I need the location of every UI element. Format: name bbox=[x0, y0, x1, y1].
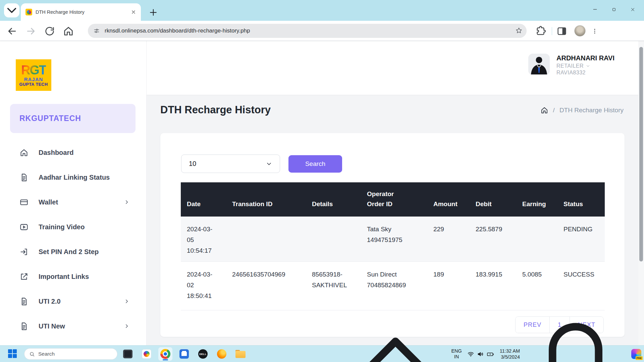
tab-search-button[interactable] bbox=[4, 3, 19, 17]
system-tray: ENGIN 11:32 AM3/5/2024 PRE bbox=[345, 346, 641, 362]
reload-button[interactable] bbox=[44, 25, 55, 37]
column-header-amount: Amount bbox=[427, 182, 470, 217]
sidebar-item-uti-2-0[interactable]: UTI 2.0 bbox=[0, 289, 147, 314]
column-header-date: Date bbox=[181, 182, 226, 217]
language-switcher[interactable]: ENGIN bbox=[451, 348, 462, 359]
app-dell-icon[interactable]: DELL bbox=[196, 347, 210, 361]
close-window-button[interactable] bbox=[623, 2, 642, 17]
sidebar-item-uti-new[interactable]: UTI New bbox=[0, 314, 147, 339]
bell-icon bbox=[525, 304, 626, 362]
forward-icon bbox=[25, 25, 37, 37]
back-icon bbox=[6, 25, 18, 37]
search-icon bbox=[29, 351, 35, 357]
search-button[interactable]: Search bbox=[288, 155, 342, 173]
user-profile[interactable]: ARDHANARI RAVI RETAILER RAVIA8332 bbox=[528, 54, 629, 83]
forward-button[interactable] bbox=[25, 25, 37, 37]
quick-settings[interactable] bbox=[467, 350, 494, 358]
cell-date: 2024-03-05 10:54:17 bbox=[181, 217, 226, 262]
notifications-button[interactable] bbox=[525, 304, 626, 362]
maximize-button[interactable] bbox=[604, 2, 623, 17]
app-store-icon[interactable] bbox=[177, 347, 191, 361]
user-name: ARDHANARI RAVI bbox=[556, 54, 614, 62]
sidebar-item-label: UTI New bbox=[39, 322, 65, 330]
user-role[interactable]: RETAILER bbox=[556, 63, 614, 69]
extensions-button[interactable] bbox=[535, 25, 547, 37]
chevron-right-icon bbox=[124, 199, 130, 205]
breadcrumb: / DTH Recharge History bbox=[540, 106, 624, 114]
sidebar-item-set-pin-and-2-step[interactable]: Set PIN And 2 Step bbox=[0, 239, 147, 264]
column-header-details: Details bbox=[306, 182, 361, 217]
recharge-history-table: DateTransation IDDetailsOperator Order I… bbox=[181, 182, 605, 310]
kebab-menu-icon bbox=[591, 28, 598, 35]
user-avatar bbox=[528, 54, 550, 75]
back-button[interactable] bbox=[6, 25, 18, 37]
scrollbar-thumb[interactable] bbox=[639, 47, 643, 261]
sidebar-item-wallet[interactable]: Wallet bbox=[0, 190, 147, 215]
maximize-icon bbox=[611, 7, 616, 12]
battery-icon bbox=[487, 350, 494, 358]
sidebar-item-training-video[interactable]: Training Video bbox=[0, 215, 147, 239]
sidebar-item-important-links[interactable]: Important Links bbox=[0, 264, 147, 289]
app-photos-icon[interactable] bbox=[140, 347, 154, 361]
home-button[interactable] bbox=[63, 25, 74, 37]
browser-profile-avatar[interactable] bbox=[574, 25, 586, 37]
window-controls bbox=[586, 2, 642, 17]
sidebar: RGT RAJAN GUPTA TECH RKGUPTATECH Dashboa… bbox=[0, 41, 147, 345]
browser-tab[interactable]: DTH Recharge History bbox=[21, 3, 141, 21]
logo-line3: GUPTA TECH bbox=[19, 82, 48, 87]
copilot-icon[interactable]: PRE bbox=[631, 349, 641, 359]
sidebar-item-dashboard[interactable]: Dashboard bbox=[0, 140, 147, 165]
cell-operator-order-id: Tata Sky 1494751975 bbox=[361, 217, 427, 262]
minimize-button[interactable] bbox=[586, 2, 604, 17]
cell-amount: 189 bbox=[427, 262, 470, 310]
web-page: RGT RAJAN GUPTA TECH RKGUPTATECH Dashboa… bbox=[0, 41, 644, 345]
cell-amount: 229 bbox=[427, 217, 470, 262]
sidebar-item-label: Aadhar Linking Status bbox=[39, 174, 110, 181]
bookmark-star-icon[interactable] bbox=[515, 27, 523, 34]
url-text: rknsdl.onlinepsa.com/dashboard/dth-recha… bbox=[105, 27, 250, 34]
cell-earning bbox=[516, 217, 557, 262]
brand-name: RKGUPTATECH bbox=[19, 114, 81, 123]
app-window-icon[interactable] bbox=[121, 347, 135, 361]
start-button[interactable] bbox=[8, 349, 18, 359]
page-title: DTH Recharge History bbox=[160, 104, 271, 116]
tab-close-icon[interactable] bbox=[131, 9, 136, 15]
chevron-down-icon bbox=[586, 64, 590, 68]
app-firefox-icon[interactable] bbox=[215, 347, 229, 361]
chevron-right-icon bbox=[124, 323, 130, 329]
sidebar-item-label: Set PIN And 2 Step bbox=[39, 248, 99, 256]
cell-earning: 5.0085 bbox=[516, 262, 557, 310]
toolbar-divider bbox=[552, 27, 552, 35]
side-panel-button[interactable] bbox=[556, 25, 568, 37]
taskbar-search[interactable]: Search bbox=[24, 348, 117, 360]
browser-menu-button[interactable] bbox=[589, 25, 600, 37]
site-settings-icon[interactable] bbox=[93, 27, 100, 34]
taskbar-apps: DELL bbox=[121, 347, 248, 361]
wallet-icon bbox=[19, 198, 29, 207]
app-file-explorer-icon[interactable] bbox=[233, 347, 248, 361]
sidebar-item-label: Important Links bbox=[39, 273, 89, 281]
app-chrome-icon[interactable] bbox=[158, 347, 172, 361]
minimize-icon bbox=[592, 6, 598, 12]
sidebar-item-label: Dashboard bbox=[39, 149, 73, 157]
browser-frame: DTH Recharge History bbox=[0, 0, 644, 21]
cell-details bbox=[306, 217, 361, 262]
new-tab-button[interactable] bbox=[148, 7, 158, 17]
cell-transaction-id: 246561635704969 bbox=[226, 262, 306, 310]
cell-status: PENDING bbox=[557, 217, 605, 262]
address-bar[interactable]: rknsdl.onlinepsa.com/dashboard/dth-recha… bbox=[88, 24, 527, 38]
wifi-icon bbox=[467, 351, 474, 358]
page-size-select[interactable]: 10 bbox=[181, 155, 280, 173]
plus-icon bbox=[148, 7, 158, 17]
logo-initials: RGT bbox=[21, 64, 46, 76]
table-header: DateTransation IDDetailsOperator Order I… bbox=[181, 182, 605, 217]
sidebar-item-aadhar-linking-status[interactable]: Aadhar Linking Status bbox=[0, 165, 147, 190]
clock[interactable]: 11:32 AM3/5/2024 bbox=[500, 348, 520, 360]
column-header-operator-order-id: Operator Order ID bbox=[361, 182, 427, 217]
breadcrumb-home-icon[interactable] bbox=[540, 106, 548, 114]
table-row: 2024-03-05 10:54:17Tata Sky 149475197522… bbox=[181, 217, 605, 262]
hidden-icons-button[interactable] bbox=[345, 304, 446, 362]
cell-date: 2024-03-02 18:50:41 bbox=[181, 262, 226, 310]
sidebar-menu: DashboardAadhar Linking StatusWalletTrai… bbox=[0, 140, 147, 339]
page-scrollbar[interactable] bbox=[638, 41, 644, 345]
